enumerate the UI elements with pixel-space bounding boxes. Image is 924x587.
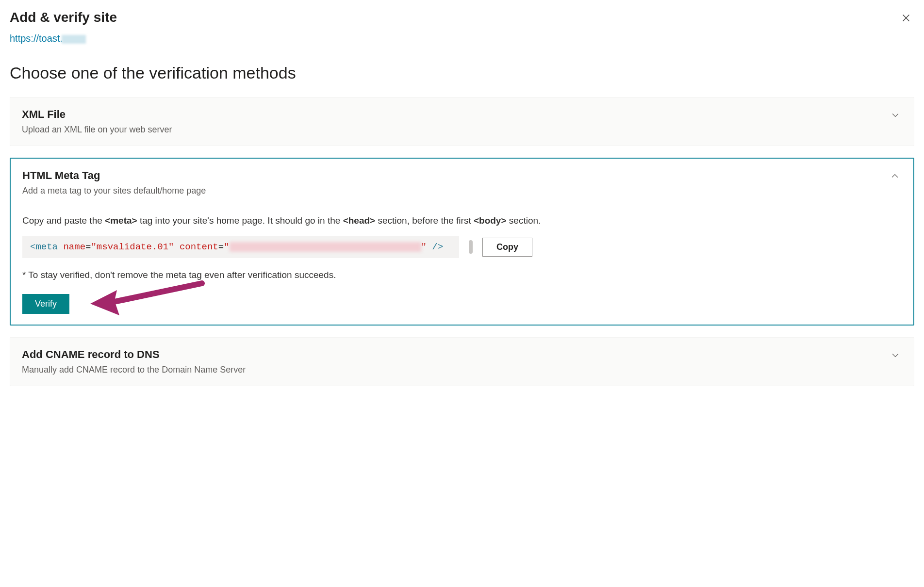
close-button[interactable] [898, 10, 914, 28]
meta-tag-code[interactable]: <meta name="msvalidate.01" content="" /> [22, 236, 459, 258]
annotation-arrow [90, 279, 207, 320]
site-url-link[interactable]: https://toast. [10, 33, 86, 44]
method-header[interactable]: HTML Meta Tag Add a meta tag to your sit… [22, 169, 902, 196]
scrollbar-thumb[interactable] [469, 240, 473, 254]
method-title: HTML Meta Tag [22, 169, 206, 182]
section-subtitle: Choose one of the verification methods [10, 64, 914, 82]
copy-button[interactable]: Copy [482, 238, 532, 257]
method-cname-dns[interactable]: Add CNAME record to DNS Manually add CNA… [10, 337, 914, 386]
close-icon [901, 13, 911, 23]
verify-button[interactable]: Verify [22, 294, 69, 314]
method-xml-file[interactable]: XML File Upload an XML file on your web … [10, 97, 914, 146]
method-desc: Add a meta tag to your sites default/hom… [22, 186, 206, 196]
method-title: Add CNAME record to DNS [22, 348, 246, 361]
instruction-text: Copy and paste the <meta> tag into your … [22, 215, 902, 226]
site-url-text: https://toast. [10, 33, 63, 44]
chevron-down-icon [889, 108, 902, 124]
redacted-domain [62, 35, 86, 44]
method-desc: Upload an XML file on your web server [22, 125, 172, 135]
svg-marker-2 [90, 290, 119, 315]
chevron-down-icon [889, 348, 902, 364]
method-title: XML File [22, 108, 172, 121]
chevron-up-icon [888, 169, 902, 185]
redacted-token [230, 242, 421, 252]
stay-verified-note: * To stay verified, don't remove the met… [22, 270, 902, 280]
method-html-meta-tag: HTML Meta Tag Add a meta tag to your sit… [10, 158, 914, 326]
method-desc: Manually add CNAME record to the Domain … [22, 365, 246, 375]
page-title: Add & verify site [10, 10, 117, 25]
